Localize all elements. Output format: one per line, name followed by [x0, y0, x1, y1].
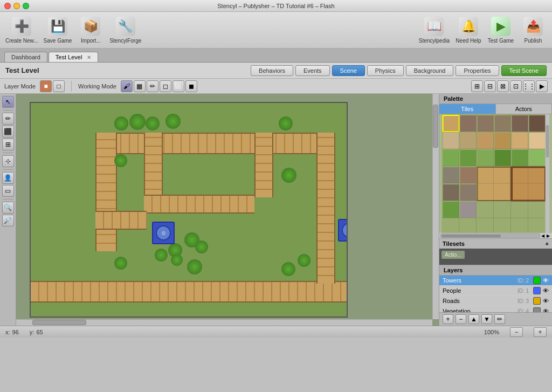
layer-towers-visibility[interactable]: 👁	[543, 277, 549, 284]
view-btn-1[interactable]: ⊞	[471, 80, 483, 92]
layer-row-towers[interactable]: Towers ID: 2 👁	[439, 276, 552, 286]
working-mode-pencil[interactable]: ✏	[147, 80, 158, 92]
layer-row-vegetation[interactable]: Vegetation ID: 4 👁	[439, 306, 552, 312]
import-icon: 📦	[81, 17, 100, 36]
svg-rect-12	[529, 133, 546, 149]
layer-mode-buttons: ■ □	[40, 80, 65, 92]
layer-edit-button[interactable]: ✏	[494, 314, 505, 324]
tilesets-title: Tilesets	[443, 240, 465, 247]
eraser-tool[interactable]: ⊞	[2, 139, 14, 150]
zoom-out-status[interactable]: −	[510, 327, 523, 337]
testlevel-tab[interactable]: Test Level ✕	[49, 52, 99, 62]
svg-rect-17	[512, 150, 528, 166]
maximize-button[interactable]	[23, 3, 29, 9]
working-mode-fill[interactable]: ◼	[185, 80, 197, 92]
publish-button[interactable]: 📤 Publish	[520, 17, 547, 44]
working-mode-select[interactable]: ▦	[134, 80, 146, 92]
zoom-in-tool[interactable]: 🔍	[2, 202, 14, 214]
y-value: 65	[36, 329, 43, 335]
scene-canvas[interactable]: ⚙ ⚙	[30, 102, 348, 318]
svg-rect-4	[495, 115, 511, 132]
need-help-button[interactable]: 🔔 Need Help	[455, 17, 482, 44]
import-button[interactable]: 📦 Import...	[77, 17, 104, 44]
save-icon: 💾	[48, 17, 67, 36]
working-mode-paint[interactable]: 🖌	[121, 80, 133, 92]
test-game-label: Test Game	[488, 38, 514, 44]
canvas-vertical-scrollbar[interactable]	[432, 94, 439, 319]
svg-rect-22	[512, 167, 546, 201]
palette-tab-tiles[interactable]: Tiles	[439, 104, 496, 114]
layer-roads-visibility[interactable]: 👁	[543, 298, 549, 304]
create-new-button[interactable]: ➕ Create New...	[5, 17, 38, 44]
status-y: y: 65	[30, 329, 43, 335]
canvas-area[interactable]: ⚙ ⚙	[16, 94, 439, 326]
close-tab-icon[interactable]: ✕	[87, 54, 91, 60]
tileset-prev-arrow[interactable]: ◀	[540, 233, 546, 238]
layer-up-button[interactable]: ▲	[468, 314, 479, 324]
tab-scene[interactable]: Scene	[332, 65, 365, 76]
pointer-tool[interactable]: ⊹	[2, 155, 14, 167]
window-buttons	[4, 3, 29, 9]
svg-rect-11	[512, 133, 528, 149]
tab-properties[interactable]: Properties	[456, 65, 499, 76]
tab-physics[interactable]: Physics	[367, 65, 404, 76]
view-btn-4[interactable]: ⊡	[510, 80, 522, 92]
layer-down-button[interactable]: ▼	[481, 314, 492, 324]
layer-row-people[interactable]: People ID: 1 👁	[439, 286, 552, 296]
svg-rect-13	[443, 150, 459, 166]
working-mode-eraser[interactable]: ◻	[160, 80, 171, 92]
right-panel: Palette Tiles Actors	[439, 94, 552, 326]
layer-people-color	[533, 287, 541, 294]
view-btn-5[interactable]: ⋮⋮	[523, 80, 535, 92]
tower-2[interactable]: ⚙	[338, 219, 348, 242]
scene-title: Test Level	[5, 66, 251, 74]
zoom-out-tool[interactable]: 🔎	[2, 215, 14, 226]
tilesets-add-button[interactable]: +	[546, 240, 549, 247]
tower-1[interactable]: ⚙	[152, 222, 175, 244]
zoom-in-status[interactable]: +	[534, 327, 547, 337]
stencylforge-button[interactable]: 🔧 StencylForge	[109, 17, 141, 44]
tab-background[interactable]: Background	[406, 65, 454, 76]
toolbar: ➕ Create New... 💾 Save Game 📦 Import... …	[0, 12, 552, 49]
svg-rect-25	[443, 202, 459, 218]
tileset-item[interactable]: Actio...	[441, 251, 465, 259]
tileset-next-arrow[interactable]: ▶	[546, 233, 551, 238]
layer-row-roads[interactable]: Roads ID: 3 👁	[439, 296, 552, 306]
layer-add-button[interactable]: +	[443, 314, 453, 324]
layer-mode-outline[interactable]: □	[53, 80, 65, 92]
close-button[interactable]	[4, 3, 11, 9]
layer-remove-button[interactable]: −	[456, 314, 466, 324]
region-tool[interactable]: ▭	[2, 185, 14, 197]
actor-tool[interactable]: 👤	[2, 172, 14, 184]
palette-tab-actors[interactable]: Actors	[496, 104, 553, 114]
test-scene-button[interactable]: Test Scene	[501, 65, 547, 76]
view-btn-2[interactable]: ⊟	[484, 80, 496, 92]
tilesets-section: Tilesets +	[439, 238, 552, 249]
select-tool[interactable]: ↖	[2, 96, 14, 108]
dashboard-tab[interactable]: Dashboard	[4, 52, 47, 62]
view-btn-play[interactable]: ▶	[536, 80, 548, 92]
save-game-button[interactable]: 💾 Save Game	[44, 17, 72, 44]
svg-rect-26	[460, 202, 477, 218]
tile-preview-scrollbar[interactable]: ◀ ▶	[439, 233, 552, 238]
pencil-tool[interactable]: ✏	[2, 113, 14, 125]
minimize-button[interactable]	[13, 3, 20, 9]
test-game-button[interactable]: ▶ Test Game	[487, 17, 514, 44]
tab-behaviors[interactable]: Behaviors	[251, 65, 293, 76]
statusbar: x: 96 y: 65 100% − +	[0, 326, 552, 338]
svg-rect-19	[443, 167, 459, 183]
canvas-horizontal-scrollbar[interactable]	[16, 319, 432, 326]
layer-mode-solid[interactable]: ■	[40, 80, 52, 92]
layer-people-visibility[interactable]: 👁	[543, 287, 549, 294]
stencylpedia-button[interactable]: 📖 Stencylpedia	[419, 17, 450, 44]
layer-vegetation-id: ID: 4	[518, 308, 529, 313]
svg-rect-20	[460, 167, 477, 183]
working-mode-rect[interactable]: ⬜	[172, 80, 184, 92]
layer-vegetation-visibility[interactable]: 👁	[543, 308, 549, 312]
svg-rect-23	[443, 184, 459, 201]
tab-events[interactable]: Events	[295, 65, 330, 76]
view-btn-3[interactable]: ⊠	[497, 80, 509, 92]
stencylforge-icon: 🔧	[116, 17, 135, 36]
tile-preview[interactable]	[439, 114, 552, 233]
fill-tool[interactable]: ⬛	[2, 126, 14, 137]
